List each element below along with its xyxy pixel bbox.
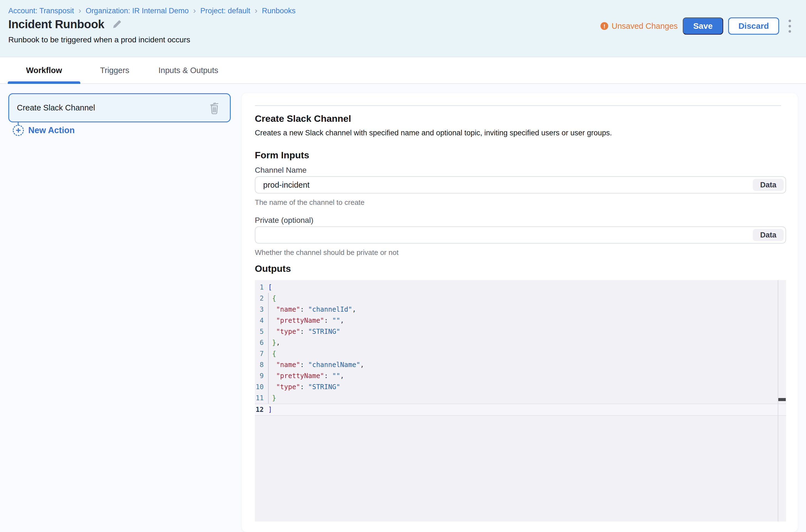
code-line[interactable]: 5 "type": "STRING" bbox=[255, 326, 786, 337]
private-label: Private (optional) bbox=[255, 216, 313, 225]
page-header: Account: Transposit › Organization: IR I… bbox=[0, 0, 806, 57]
runbook-description: Runbook to be triggered when a prod inci… bbox=[8, 35, 190, 44]
breadcrumb: Account: Transposit › Organization: IR I… bbox=[8, 7, 295, 15]
kebab-menu-icon[interactable] bbox=[786, 17, 793, 35]
channel-name-input[interactable] bbox=[255, 177, 786, 193]
private-field-wrapper: Data bbox=[255, 226, 786, 244]
page-title: Incident Runbook bbox=[8, 18, 105, 31]
tab-label: Workflow bbox=[26, 66, 62, 75]
tab-label: Inputs & Outputs bbox=[159, 66, 218, 75]
new-action-label: New Action bbox=[28, 126, 75, 135]
code-line[interactable]: 4 "prettyName": "", bbox=[255, 315, 786, 326]
breadcrumb-organization[interactable]: Organization: IR Internal Demo bbox=[86, 7, 189, 15]
chevron-right-icon: › bbox=[78, 7, 81, 14]
delete-step-trash-icon[interactable] bbox=[209, 101, 220, 114]
breadcrumb-project[interactable]: Project: default bbox=[200, 7, 250, 15]
indent-guide-line bbox=[268, 293, 269, 403]
code-text: }, bbox=[268, 337, 280, 348]
tab-workflow[interactable]: Workflow bbox=[8, 57, 80, 83]
editor-scrollbar-thumb[interactable] bbox=[778, 398, 786, 401]
line-number: 9 bbox=[255, 370, 264, 381]
breadcrumb-account[interactable]: Account: Transposit bbox=[8, 7, 74, 15]
code-line[interactable]: 6 }, bbox=[255, 337, 786, 348]
code-lines: 1[2 {3 "name": "channelId",4 "prettyName… bbox=[255, 282, 786, 416]
code-text: { bbox=[268, 348, 276, 359]
code-line[interactable]: 11 } bbox=[255, 393, 786, 403]
action-description: Creates a new Slack channel with specifi… bbox=[255, 129, 612, 137]
line-number: 10 bbox=[255, 381, 264, 393]
code-text: [ bbox=[268, 282, 272, 293]
form-inputs-heading: Form Inputs bbox=[255, 150, 309, 160]
plus-icon: + bbox=[13, 125, 24, 136]
chevron-right-icon: › bbox=[255, 7, 257, 14]
outputs-heading: Outputs bbox=[255, 263, 291, 274]
line-number: 6 bbox=[255, 337, 264, 348]
channel-name-field-wrapper: Data bbox=[255, 176, 786, 193]
code-line[interactable]: 7 { bbox=[255, 348, 786, 359]
code-text: "name": "channelName", bbox=[268, 359, 364, 370]
line-number: 8 bbox=[255, 359, 264, 370]
unsaved-changes-indicator: ! Unsaved Changes bbox=[601, 22, 678, 31]
action-detail-panel: Create Slack Channel Creates a new Slack… bbox=[242, 93, 798, 532]
tab-inputs-outputs[interactable]: Inputs & Outputs bbox=[150, 57, 227, 83]
private-helper: Whether the channel should be private or… bbox=[255, 248, 399, 257]
new-action-button[interactable]: + New Action bbox=[13, 125, 75, 136]
code-text: { bbox=[268, 293, 276, 304]
tab-label: Triggers bbox=[100, 66, 129, 75]
code-text: "prettyName": "", bbox=[268, 315, 344, 326]
code-text: "prettyName": "", bbox=[268, 370, 344, 381]
line-number: 5 bbox=[255, 326, 264, 337]
workflow-step-label: Create Slack Channel bbox=[17, 103, 209, 112]
code-line[interactable]: 10 "type": "STRING" bbox=[255, 381, 786, 393]
code-text: "type": "STRING" bbox=[268, 381, 340, 393]
discard-button[interactable]: Discard bbox=[728, 17, 779, 35]
line-number: 1 bbox=[255, 282, 264, 293]
private-input[interactable] bbox=[255, 227, 786, 243]
breadcrumb-runbooks[interactable]: Runbooks bbox=[262, 7, 295, 15]
line-number: 11 bbox=[255, 393, 264, 403]
tab-bar: Workflow Triggers Inputs & Outputs bbox=[0, 57, 806, 84]
channel-name-label: Channel Name bbox=[255, 166, 307, 175]
line-number: 3 bbox=[255, 304, 264, 315]
code-line[interactable]: 8 "name": "channelName", bbox=[255, 359, 786, 370]
code-text: } bbox=[268, 393, 276, 403]
line-number: 2 bbox=[255, 293, 264, 304]
chevron-right-icon: › bbox=[193, 7, 196, 14]
channel-name-helper: The name of the channel to create bbox=[255, 198, 365, 207]
code-text: "name": "channelId", bbox=[268, 304, 356, 315]
line-number: 4 bbox=[255, 315, 264, 326]
channel-name-data-button[interactable]: Data bbox=[753, 179, 784, 191]
tab-triggers[interactable]: Triggers bbox=[84, 57, 145, 83]
code-line[interactable]: 3 "name": "channelId", bbox=[255, 304, 786, 315]
private-data-button[interactable]: Data bbox=[753, 229, 784, 241]
line-number: 7 bbox=[255, 348, 264, 359]
edit-pencil-icon[interactable] bbox=[112, 19, 122, 30]
unsaved-changes-label: Unsaved Changes bbox=[611, 22, 678, 31]
workflow-step-create-slack-channel[interactable]: Create Slack Channel bbox=[8, 93, 231, 122]
code-text: ] bbox=[268, 404, 272, 415]
action-title: Create Slack Channel bbox=[255, 113, 351, 124]
save-button[interactable]: Save bbox=[683, 17, 723, 35]
section-divider bbox=[255, 105, 781, 106]
code-line[interactable]: 2 { bbox=[255, 293, 786, 304]
code-line[interactable]: 1[ bbox=[255, 282, 786, 293]
code-text: "type": "STRING" bbox=[268, 326, 340, 337]
line-number: 12 bbox=[255, 404, 264, 415]
code-line[interactable]: 9 "prettyName": "", bbox=[255, 370, 786, 381]
outputs-code-editor[interactable]: 1[2 {3 "name": "channelId",4 "prettyName… bbox=[255, 280, 786, 521]
warning-icon: ! bbox=[601, 22, 608, 30]
code-line[interactable]: 12] bbox=[255, 403, 786, 416]
active-tab-underline bbox=[8, 81, 80, 84]
